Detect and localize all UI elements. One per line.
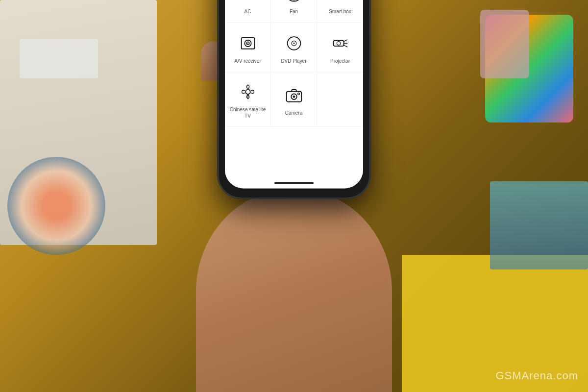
grid-item-camera[interactable]: Camera	[271, 72, 317, 126]
smart-box-label: Smart box	[329, 8, 351, 15]
watermark: GSMArena.com	[496, 369, 579, 382]
phone-screen: 3:53 PM ⚡📡 📶 32 ‹ IR r	[225, 0, 363, 188]
smart-box-icon	[329, 0, 351, 4]
grid-item-satellite-tv[interactable]: Chinese satellite TV	[225, 72, 271, 126]
grid-row-3: A/V receiver	[225, 23, 363, 72]
svg-point-27	[247, 43, 248, 44]
grid-content: Mi TV/Mi Box	[225, 0, 363, 177]
grid-row-4: Chinese satellite TV	[225, 72, 363, 126]
svg-point-32	[337, 41, 341, 45]
bg-blue-box	[490, 181, 588, 270]
home-bar	[274, 182, 314, 184]
camera-icon	[283, 84, 305, 106]
projector-icon	[329, 32, 351, 54]
phone-outer: 3:53 PM ⚡📡 📶 32 ‹ IR r	[218, 0, 370, 198]
grid-item-smart-box[interactable]: Smart box	[317, 0, 363, 22]
ac-label: AC	[245, 8, 251, 15]
bg-circle-left	[7, 157, 105, 255]
bg-keyboard	[20, 39, 98, 78]
grid-item-projector[interactable]: Projector	[317, 23, 363, 72]
svg-point-36	[245, 90, 250, 95]
bg-pink	[480, 10, 529, 78]
grid-item-av-receiver[interactable]: A/V receiver	[225, 23, 271, 72]
dvd-player-label: DVD Player	[281, 58, 306, 64]
svg-line-33	[344, 39, 348, 41]
satellite-tv-label: Chinese satellite TV	[229, 106, 267, 119]
svg-point-30	[293, 42, 294, 44]
projector-label: Projector	[330, 58, 350, 64]
grid-item-ac[interactable]: AC	[225, 0, 271, 22]
ac-icon	[237, 0, 259, 4]
svg-point-40	[293, 95, 295, 98]
home-indicator	[225, 177, 363, 188]
svg-line-34	[344, 45, 348, 47]
scene: 3:53 PM ⚡📡 📶 32 ‹ IR r	[0, 0, 588, 392]
camera-label: Camera	[285, 110, 303, 116]
svg-point-41	[297, 93, 299, 95]
av-receiver-icon	[237, 32, 259, 54]
grid-row-2: AC	[225, 0, 363, 23]
grid-item-empty	[317, 72, 363, 126]
av-receiver-label: A/V receiver	[234, 58, 261, 64]
hand	[196, 188, 392, 392]
satellite-tv-icon	[237, 81, 259, 102]
fan-icon	[283, 0, 305, 4]
grid-item-fan[interactable]: Fan	[271, 0, 317, 22]
grid-item-dvd-player[interactable]: DVD Player	[271, 23, 317, 72]
dvd-player-icon	[283, 32, 305, 54]
fan-label: Fan	[290, 8, 298, 15]
